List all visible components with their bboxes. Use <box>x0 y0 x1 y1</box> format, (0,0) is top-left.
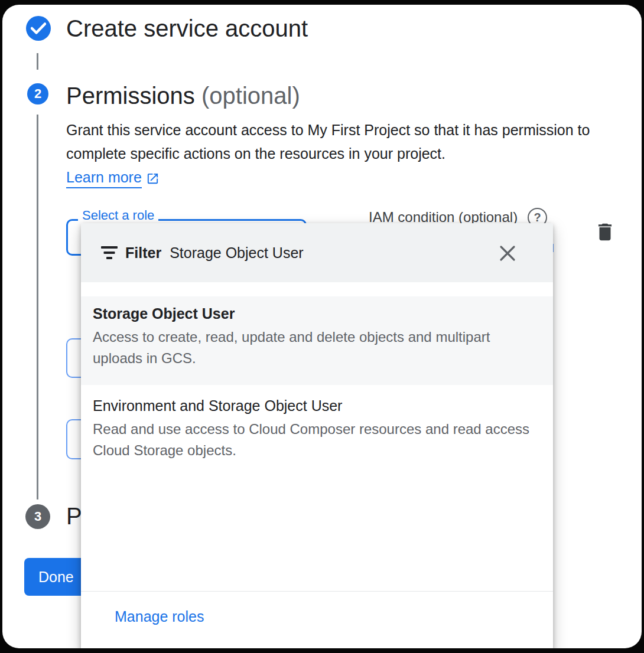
step2-number: 2 <box>34 86 41 102</box>
role-filter-bar[interactable]: Filter Storage Object User <box>81 223 553 282</box>
check-icon <box>31 22 46 34</box>
stepper-connector <box>37 53 38 70</box>
step2-title-optional: (optional) <box>201 83 300 109</box>
select-role-label: Select a role <box>78 208 158 223</box>
step1-completed-circle[interactable] <box>26 16 51 41</box>
learn-more[interactable]: Learn more <box>66 169 160 188</box>
learn-more-link[interactable]: Learn more <box>66 169 142 188</box>
step2-title: Permissions (optional) <box>66 80 300 111</box>
role-option-storage-object-user[interactable]: Storage Object User Access to create, re… <box>81 296 553 385</box>
role-dropdown-panel: Filter Storage Object User Storage Objec… <box>81 223 553 648</box>
step1-title: Create service account <box>66 13 308 44</box>
role-option-description: Access to create, read, update and delet… <box>93 326 541 369</box>
help-glyph: ? <box>534 211 541 224</box>
step3-circle[interactable]: 3 <box>25 504 50 529</box>
stepper-connector <box>37 115 38 499</box>
trash-icon[interactable] <box>594 219 616 245</box>
role-option-description: Read and use access to Cloud Composer re… <box>93 419 541 461</box>
role-option-title: Storage Object User <box>93 305 541 322</box>
create-service-account-card: Create service account 2 Permissions (op… <box>2 5 642 648</box>
step3-number: 3 <box>34 509 41 524</box>
filter-input[interactable]: Storage Object User <box>170 244 304 262</box>
external-link-icon <box>146 172 160 185</box>
step3-title-partial: P <box>66 501 82 531</box>
manage-roles-link[interactable]: Manage roles <box>115 607 204 626</box>
close-icon[interactable] <box>499 244 516 262</box>
step2-title-text: Permissions <box>66 83 195 109</box>
filter-label: Filter <box>125 244 161 262</box>
step2-circle: 2 <box>27 83 48 105</box>
permissions-description: Grant this service account access to My … <box>66 118 622 165</box>
panel-divider <box>81 591 553 592</box>
filter-list-icon <box>101 246 118 260</box>
role-option-environment-storage-object-user[interactable]: Environment and Storage Object User Read… <box>81 388 553 477</box>
role-option-title: Environment and Storage Object User <box>93 397 541 414</box>
